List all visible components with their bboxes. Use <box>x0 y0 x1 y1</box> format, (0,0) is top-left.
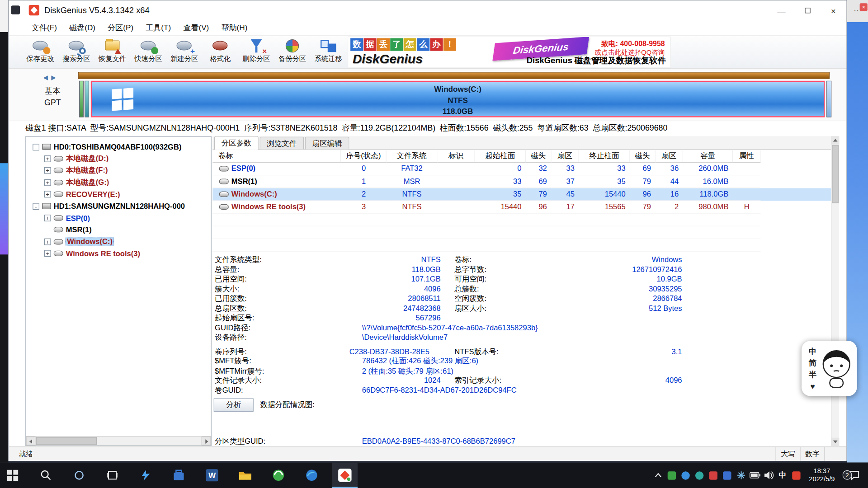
close-button[interactable]: × <box>821 0 847 20</box>
tab-sector-edit[interactable]: 扇区编辑 <box>305 136 349 149</box>
pinned-app-file-explorer[interactable] <box>232 463 258 488</box>
menu-partition[interactable]: 分区(P) <box>101 21 139 35</box>
menu-disk[interactable]: 磁盘(D) <box>63 21 101 35</box>
expand-icon[interactable]: + <box>44 155 51 162</box>
expand-icon[interactable]: + <box>44 167 51 174</box>
expand-icon[interactable]: + <box>44 179 51 186</box>
re-tools-partition-strip[interactable] <box>826 81 831 117</box>
scroll-up-icon[interactable] <box>831 136 839 144</box>
scroll-left-icon[interactable] <box>26 436 36 446</box>
quick-partition-button[interactable]: 快速分区 <box>131 38 166 67</box>
format-button[interactable]: 格式化 <box>203 38 238 67</box>
save-changes-button[interactable]: 保存更改 <box>23 38 58 67</box>
tree-item-windows-c[interactable]: + Windows(C:) <box>26 236 211 248</box>
menu-help[interactable]: 帮助(H) <box>215 21 254 35</box>
tree-item-msr[interactable]: MSR(1) <box>26 224 211 236</box>
menu-file[interactable]: 文件(F) <box>25 21 63 35</box>
taskbar-app-diskgenius-active[interactable] <box>332 463 358 488</box>
pinned-app-thunder[interactable] <box>133 463 158 488</box>
taskbar-search-button[interactable] <box>33 463 58 488</box>
expand-icon[interactable]: + <box>44 250 51 257</box>
msr-partition-strip[interactable] <box>85 81 89 117</box>
windows-c-partition-block[interactable]: Windows(C:) NTFS 118.0GB <box>91 81 825 117</box>
menu-tools[interactable]: 工具(T) <box>140 21 177 35</box>
ime-favorite-icon[interactable]: ♥ <box>810 380 815 391</box>
ime-status-widget[interactable]: 中 简 半 ♥ <box>802 341 857 396</box>
tray-expand-button[interactable] <box>651 464 665 486</box>
tree-item-windows-re-tools[interactable]: + Windows RE tools(3) <box>26 248 211 259</box>
expand-icon[interactable]: + <box>44 215 51 221</box>
partition-icon <box>54 168 63 174</box>
start-button[interactable] <box>0 463 25 488</box>
maximize-icon <box>805 8 810 13</box>
tree-item-hd0[interactable]: - HD0:TOSHIBAMQ04ABF100(932GB) <box>26 141 211 153</box>
partition-icon <box>54 251 63 256</box>
system-migration-button[interactable]: 系统迁移 <box>311 38 346 67</box>
scroll-right-icon[interactable] <box>202 436 211 446</box>
partition-row-windows-c-selected[interactable]: Windows(C:) 2 NTFS 35 79 45 15440 96 16 … <box>212 188 839 201</box>
ime-language-indicator[interactable]: 中 <box>776 464 790 486</box>
pinned-app-store[interactable] <box>166 463 191 488</box>
maximize-button[interactable] <box>794 0 821 20</box>
delete-partition-button[interactable]: × 删除分区 <box>239 38 274 67</box>
recover-files-button[interactable]: 恢复文件 <box>94 38 130 67</box>
scroll-down-icon[interactable] <box>831 438 839 446</box>
new-partition-button[interactable]: + 新建分区 <box>167 38 202 67</box>
tree-item-local-f[interactable]: + 本地磁盘(F:) <box>26 165 211 177</box>
tab-partition-params[interactable]: 分区参数 <box>214 136 259 150</box>
statusbar: 就绪 大写 数字 <box>9 446 847 461</box>
cortana-button[interactable] <box>66 463 92 488</box>
tray-icon-cloud[interactable] <box>679 464 693 486</box>
tray-icon-messenger[interactable] <box>693 464 707 486</box>
prev-disk-icon[interactable]: ◀ <box>43 74 52 81</box>
tray-icon-security[interactable] <box>665 464 679 486</box>
pinned-app-edge[interactable] <box>299 463 324 488</box>
action-center-button[interactable]: 2 <box>840 463 868 488</box>
analyze-button[interactable]: 分析 <box>214 399 254 412</box>
tree-item-recovery-e[interactable]: + RECOVERY(E:) <box>26 188 211 200</box>
pinned-app-word[interactable]: W <box>199 463 225 488</box>
menu-view[interactable]: 查看(V) <box>177 21 215 35</box>
ad-banner[interactable]: 数 据 丢 了 怎 么 办 ！ DiskGenius DiskGenius 致电… <box>348 37 671 68</box>
minimize-button[interactable]: — <box>769 0 795 20</box>
taskbar-clock[interactable]: 18:37 2022/5/9 <box>803 467 840 483</box>
tree-item-hd1[interactable]: - HD1:SAMSUNGMZNLN128HAHQ-000 <box>26 200 211 212</box>
esp-partition-strip[interactable] <box>79 81 84 117</box>
expand-icon[interactable]: + <box>44 191 51 198</box>
partition-row-windows-re-tools[interactable]: Windows RE tools(3) 3 NTFS 15440 96 17 1… <box>212 201 839 213</box>
tray-icon-battery[interactable] <box>748 464 762 486</box>
backup-partition-button[interactable]: 备份分区 <box>274 38 310 67</box>
pinned-app-browser-green[interactable] <box>266 463 291 488</box>
partition-details: 文件系统类型:NTFS 卷标:Windows 总容量:118.0GB 总字节数:… <box>214 255 823 395</box>
ime-halfwidth-mode[interactable]: 半 <box>809 369 816 380</box>
collapse-icon[interactable]: - <box>33 203 39 210</box>
tray-icon-music[interactable] <box>707 464 721 486</box>
tray-icon-netdisk[interactable] <box>720 464 734 486</box>
tree-item-local-d[interactable]: + 本地磁盘(D:) <box>26 153 211 164</box>
tray-icon-volume[interactable] <box>762 464 776 486</box>
panel-vertical-scrollbar[interactable] <box>831 136 839 446</box>
scrollbar-thumb[interactable] <box>36 437 97 445</box>
expand-icon[interactable]: + <box>44 239 51 245</box>
tray-icon-snowflake[interactable] <box>734 464 748 486</box>
search-partition-button[interactable]: 搜索分区 <box>59 38 94 67</box>
scrollbar-thumb[interactable] <box>832 145 839 203</box>
partition-row-msr[interactable]: MSR(1) 1 MSR 33 69 37 35 79 44 16.0MB <box>212 175 839 188</box>
disk0-bar[interactable] <box>78 72 830 79</box>
background-app-icon <box>11 5 20 14</box>
empty-row <box>212 226 839 239</box>
next-disk-icon[interactable]: ▶ <box>51 74 59 81</box>
tree-item-esp[interactable]: + ESP(0) <box>26 212 211 224</box>
tab-browse-files[interactable]: 浏览文件 <box>259 136 304 149</box>
task-view-button[interactable] <box>99 463 125 488</box>
tree-item-local-g[interactable]: + 本地磁盘(G:) <box>26 177 211 188</box>
partition-row-esp[interactable]: ESP(0) 0 FAT32 0 32 33 33 69 36 260.0MB <box>212 163 839 175</box>
ime-simplified-mode[interactable]: 简 <box>809 357 816 368</box>
ime-chinese-mode[interactable]: 中 <box>809 346 816 357</box>
taskbar: W <box>0 463 868 488</box>
tray-icon-dict[interactable] <box>789 464 803 486</box>
tree-horizontal-scrollbar[interactable] <box>26 436 211 446</box>
clock-time: 18:37 <box>809 467 835 475</box>
collapse-icon[interactable]: - <box>33 144 39 150</box>
cloud-icon <box>682 471 690 479</box>
